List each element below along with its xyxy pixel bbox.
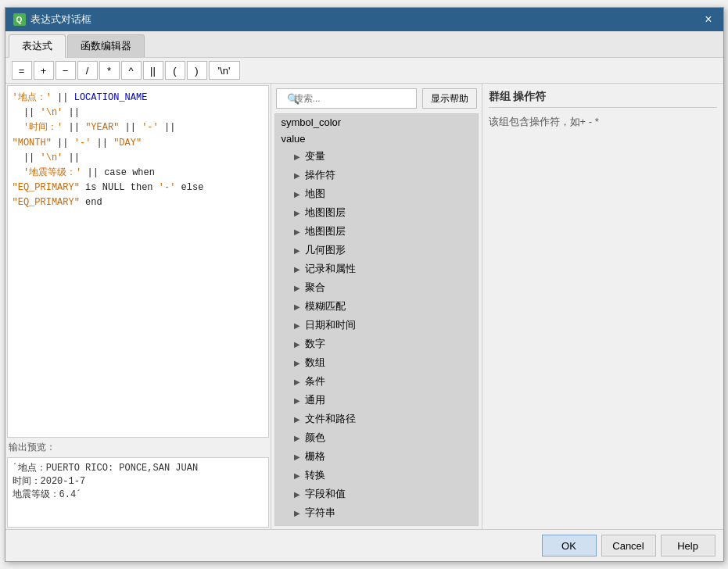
list-item-value[interactable]: value: [275, 131, 478, 147]
expression-toolbar: = + − / * ^ || ( ) '\n': [5, 58, 723, 84]
search-input[interactable]: [276, 88, 417, 109]
concat-button[interactable]: ||: [143, 61, 163, 80]
output-preview: ´地点：PUERTO RICO: PONCE,SAN JUAN 时间：2020-…: [7, 457, 269, 528]
list-item-operators[interactable]: ▶操作符: [275, 166, 478, 184]
list-item-map[interactable]: ▶地图: [275, 184, 478, 203]
cancel-button[interactable]: Cancel: [601, 535, 656, 556]
search-row: 🔍 显示帮助: [271, 84, 482, 113]
show-help-button[interactable]: 显示帮助: [422, 88, 477, 109]
bottom-bar: OK Cancel Help: [5, 529, 723, 561]
list-item-condition[interactable]: ▶条件: [275, 372, 478, 391]
list-item-color[interactable]: ▶颜色: [275, 428, 478, 447]
list-item-aggregate[interactable]: ▶聚合: [275, 278, 478, 297]
minus-button[interactable]: −: [56, 61, 76, 80]
group-title: 群组 操作符: [489, 90, 717, 108]
tab-expression[interactable]: 表达式: [9, 34, 66, 58]
plus-button[interactable]: +: [34, 61, 54, 80]
open-paren-button[interactable]: (: [165, 61, 185, 80]
list-item-map-layer2[interactable]: ▶地图图层: [275, 222, 478, 241]
list-item-datetime[interactable]: ▶日期和时间: [275, 316, 478, 335]
list-item-recent[interactable]: ▶最近(generic): [275, 522, 478, 526]
tab-function-editor[interactable]: 函数编辑器: [67, 34, 145, 57]
close-button[interactable]: ×: [701, 13, 715, 26]
list-item-file-path[interactable]: ▶文件和路径: [275, 410, 478, 428]
list-item-array[interactable]: ▶数组: [275, 353, 478, 372]
list-item-string[interactable]: ▶字符串: [275, 503, 478, 522]
list-item-records[interactable]: ▶记录和属性: [275, 259, 478, 278]
list-item-fuzzy[interactable]: ▶模糊匹配: [275, 297, 478, 316]
list-item-raster[interactable]: ▶栅格: [275, 447, 478, 466]
help-button[interactable]: Help: [661, 535, 715, 556]
list-item-geometry[interactable]: ▶几何图形: [275, 241, 478, 259]
main-dialog: Q 表达式对话框 × 表达式 函数编辑器 = + − / * ^ || ( ) …: [5, 7, 724, 562]
group-description: 该组包含操作符，如+ - *: [489, 114, 717, 131]
list-item-symbol-color[interactable]: symbol_color: [275, 114, 478, 131]
dialog-title: 表达式对话框: [30, 13, 91, 27]
title-bar: Q 表达式对话框 ×: [5, 8, 723, 31]
function-list: symbol_color value ▶变量 ▶操作符 ▶地图 ▶地图图层 ▶地…: [274, 113, 479, 526]
newline-button[interactable]: '\n': [209, 61, 240, 80]
list-item-number[interactable]: ▶数字: [275, 335, 478, 353]
app-icon: Q: [13, 13, 26, 26]
multiply-button[interactable]: *: [99, 61, 120, 80]
list-item-variables[interactable]: ▶变量: [275, 147, 478, 166]
equals-button[interactable]: =: [12, 61, 32, 80]
list-item-map-layer1[interactable]: ▶地图图层: [275, 203, 478, 222]
editor-panel: '地点：' || LOCATION_NAME || '\n' || '时间：' …: [5, 84, 271, 529]
close-paren-button[interactable]: ): [187, 61, 207, 80]
list-item-convert[interactable]: ▶转换: [275, 466, 478, 485]
tab-bar: 表达式 函数编辑器: [5, 31, 723, 58]
code-editor[interactable]: '地点：' || LOCATION_NAME || '\n' || '时间：' …: [7, 85, 269, 438]
list-item-general[interactable]: ▶通用: [275, 391, 478, 410]
output-label: 输出预览：: [5, 439, 271, 456]
right-panel: 群组 操作符 该组包含操作符，如+ - *: [482, 84, 723, 529]
ok-button[interactable]: OK: [542, 535, 597, 556]
list-item-field-value[interactable]: ▶字段和值: [275, 485, 478, 503]
main-content: '地点：' || LOCATION_NAME || '\n' || '时间：' …: [5, 84, 723, 529]
search-wrap: 🔍: [276, 88, 419, 109]
power-button[interactable]: ^: [121, 61, 142, 80]
divide-button[interactable]: /: [77, 61, 98, 80]
function-panel: 🔍 显示帮助 symbol_color value ▶变量 ▶操作符 ▶地图 ▶…: [271, 84, 482, 529]
